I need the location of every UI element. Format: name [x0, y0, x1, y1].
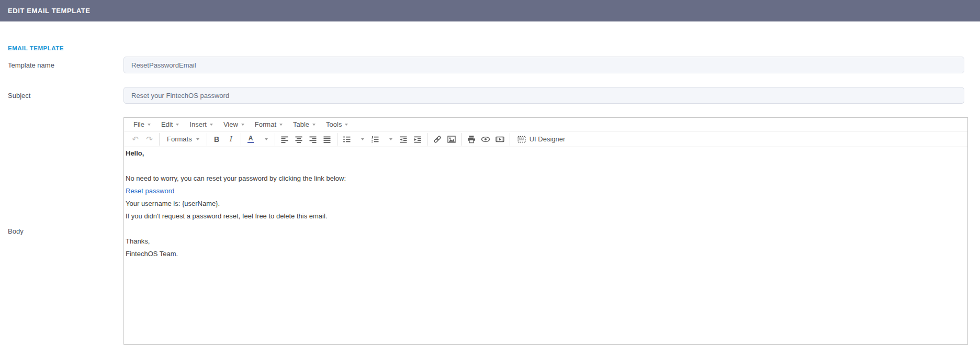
- redo-button[interactable]: ↷: [143, 133, 156, 146]
- italic-icon: I: [230, 135, 232, 144]
- undo-button[interactable]: ↶: [129, 133, 142, 146]
- body-paragraph: No need to worry, you can reset your pas…: [126, 174, 966, 182]
- insert-image-button[interactable]: [445, 133, 458, 146]
- body-label: Body: [8, 227, 123, 235]
- template-name-row: Template name: [8, 57, 980, 73]
- subject-row: Subject: [8, 87, 980, 104]
- image-icon: [447, 135, 456, 144]
- ui-designer-label: UI Designer: [530, 135, 566, 143]
- menu-tools-label: Tools: [326, 120, 342, 128]
- bullet-list-button[interactable]: [341, 133, 354, 146]
- reset-password-link[interactable]: Reset password: [126, 187, 174, 195]
- insert-media-button[interactable]: [493, 133, 506, 146]
- menu-format-label: Format: [255, 120, 276, 128]
- align-left-icon: [280, 135, 289, 144]
- italic-button[interactable]: I: [224, 133, 238, 146]
- bold-button[interactable]: B: [210, 133, 223, 146]
- subject-label: Subject: [8, 92, 123, 100]
- chevron-down-icon: [241, 124, 244, 126]
- chevron-down-icon: [361, 138, 364, 140]
- formats-label: Formats: [167, 135, 192, 143]
- text-color-swatch: [247, 142, 254, 143]
- menu-tools[interactable]: Tools: [321, 118, 353, 131]
- insert-link-button[interactable]: [431, 133, 444, 146]
- chevron-down-icon: [210, 124, 213, 126]
- numbered-list-button[interactable]: [369, 133, 382, 146]
- bullet-list-caret-button[interactable]: [355, 133, 368, 146]
- numbered-list-icon: [371, 135, 379, 144]
- indent-button[interactable]: [411, 133, 424, 146]
- link-icon: [433, 135, 442, 144]
- media-icon: [495, 135, 504, 144]
- body-paragraph: Reset password: [126, 187, 966, 195]
- menu-table-label: Table: [293, 120, 309, 128]
- redo-icon: ↷: [146, 135, 153, 143]
- outdent-icon: [399, 135, 408, 144]
- preview-button[interactable]: [479, 133, 492, 146]
- page-title: EDIT EMAIL TEMPLATE: [8, 7, 91, 15]
- indent-icon: [413, 135, 422, 144]
- toolbar-separator: [337, 133, 337, 146]
- align-left-button[interactable]: [278, 133, 291, 146]
- menu-insert-label: Insert: [189, 120, 207, 128]
- chevron-down-icon: [279, 124, 283, 126]
- chevron-down-icon: [196, 138, 199, 140]
- body-paragraph: Hello,: [126, 149, 966, 157]
- toolbar-separator: [241, 133, 241, 146]
- menu-format[interactable]: Format: [250, 118, 288, 131]
- template-name-label: Template name: [8, 61, 123, 69]
- print-button[interactable]: [465, 133, 478, 146]
- chevron-down-icon: [265, 138, 268, 140]
- menu-view-label: View: [223, 120, 238, 128]
- chevron-down-icon: [312, 124, 316, 126]
- justify-icon: [323, 135, 331, 144]
- toolbar-separator: [461, 133, 462, 146]
- bold-icon: B: [214, 135, 219, 144]
- template-name-input[interactable]: [123, 57, 964, 73]
- outdent-button[interactable]: [397, 133, 410, 146]
- align-right-button[interactable]: [307, 133, 320, 146]
- menu-view[interactable]: View: [218, 118, 250, 131]
- ui-designer-grid-icon: [517, 135, 526, 144]
- menu-file[interactable]: File: [128, 118, 156, 131]
- preview-eye-icon: [481, 135, 490, 144]
- body-row: Body File Edit Insert View: [8, 117, 980, 345]
- justify-button[interactable]: [321, 133, 334, 146]
- editor-content-area[interactable]: Hello, No need to worry, you can reset y…: [124, 147, 967, 344]
- menu-file-label: File: [133, 120, 144, 128]
- formats-dropdown[interactable]: Formats: [163, 133, 204, 146]
- menu-table[interactable]: Table: [288, 118, 321, 131]
- body-paragraph: [126, 225, 966, 233]
- numbered-list-caret-button[interactable]: [383, 133, 396, 146]
- text-color-caret-button[interactable]: [258, 133, 272, 146]
- body-paragraph: Thanks,: [126, 237, 966, 245]
- align-right-icon: [309, 135, 317, 144]
- menu-edit[interactable]: Edit: [156, 118, 184, 131]
- body-paragraph: If you didn't request a password reset, …: [126, 212, 966, 220]
- toolbar-separator: [207, 133, 207, 146]
- chevron-down-icon: [176, 124, 179, 126]
- section-heading-email-template: EMAIL TEMPLATE: [8, 45, 980, 51]
- bullet-list-icon: [343, 135, 351, 144]
- toolbar-separator: [510, 133, 510, 146]
- ui-designer-button[interactable]: UI Designer: [513, 133, 570, 146]
- print-icon: [467, 135, 476, 144]
- page-header: EDIT EMAIL TEMPLATE: [0, 0, 980, 21]
- toolbar-separator: [159, 133, 160, 146]
- menu-edit-label: Edit: [161, 120, 173, 128]
- body-paragraph: [126, 162, 966, 170]
- align-center-button[interactable]: [292, 133, 306, 146]
- rich-text-editor: File Edit Insert View Format: [123, 117, 968, 345]
- form-container: EMAIL TEMPLATE Template name Subject Bod…: [0, 45, 980, 345]
- align-center-icon: [295, 135, 303, 144]
- chevron-down-icon: [148, 124, 151, 126]
- editor-toolbar: ↶ ↷ Formats B I: [124, 131, 967, 147]
- chevron-down-icon: [389, 138, 392, 140]
- text-color-button[interactable]: A: [244, 133, 257, 146]
- body-paragraph: FintechOS Team.: [126, 250, 966, 258]
- toolbar-separator: [427, 133, 428, 146]
- menu-insert[interactable]: Insert: [184, 118, 218, 131]
- toolbar-separator: [275, 133, 275, 146]
- subject-input[interactable]: [123, 87, 964, 104]
- text-color-icon: A: [247, 135, 254, 143]
